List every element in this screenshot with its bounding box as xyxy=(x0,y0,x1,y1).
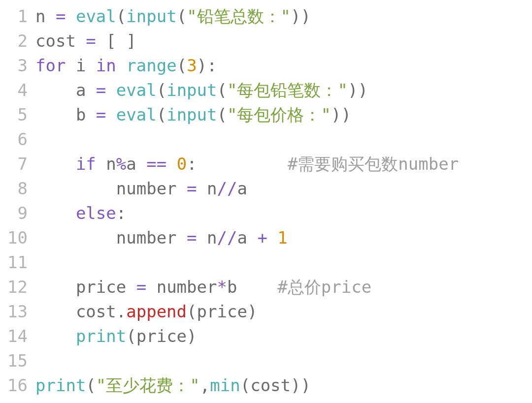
code-token: in xyxy=(96,56,116,75)
code-line: 13 cost.append(price) xyxy=(0,299,532,324)
code-line: 4 a = eval(input("每包铅笔数：")) xyxy=(0,78,532,102)
code-token: eval xyxy=(76,6,116,26)
code-content: cost.append(price) xyxy=(35,299,532,324)
code-token xyxy=(116,56,126,75)
line-number: 1 xyxy=(0,4,35,29)
code-token: (price) xyxy=(126,326,197,346)
line-number: 13 xyxy=(0,299,35,324)
code-token: print xyxy=(76,326,126,346)
line-number: 6 xyxy=(0,127,35,152)
code-content: else: xyxy=(35,201,532,225)
line-number: 14 xyxy=(0,324,35,348)
code-token: if xyxy=(76,154,96,174)
code-line: 8 number = n//a xyxy=(0,176,532,201)
code-token: "每包价格：" xyxy=(227,105,331,124)
code-content: print(price) xyxy=(35,324,532,348)
code-content: for i in range(3): xyxy=(35,53,532,78)
code-content: price = number*b #总价price xyxy=(35,275,532,299)
code-token: = xyxy=(56,6,66,26)
code-token: ( xyxy=(177,56,187,75)
code-token: "每包铅笔数：" xyxy=(227,80,348,100)
line-number: 7 xyxy=(0,152,35,176)
code-content: number = n//a xyxy=(35,176,532,201)
code-token: = xyxy=(86,31,96,51)
code-line: 14 print(price) xyxy=(0,324,532,348)
code-token xyxy=(106,80,116,100)
code-token xyxy=(166,154,176,174)
code-line: 10 number = n//a + 1 xyxy=(0,225,532,250)
code-token: #总价price xyxy=(277,277,371,297)
code-token: : xyxy=(187,154,288,174)
code-content: print("至少花费：",min(cost)) xyxy=(35,373,532,398)
code-token: input xyxy=(126,6,176,26)
code-token xyxy=(66,6,75,26)
code-token: input xyxy=(166,105,217,124)
code-token: ( xyxy=(157,80,166,100)
code-token: + xyxy=(257,228,267,248)
code-line: 7 if n%a == 0: #需要购买包数number xyxy=(0,152,532,176)
code-token: range xyxy=(126,56,176,75)
code-line: 15 xyxy=(0,348,532,373)
code-token: min xyxy=(210,375,240,395)
code-token: a xyxy=(237,179,247,198)
code-token: )) xyxy=(348,80,368,100)
code-token: n xyxy=(197,228,217,248)
line-number: 8 xyxy=(0,176,35,201)
code-token xyxy=(35,203,76,223)
code-content: number = n//a + 1 xyxy=(35,225,532,250)
code-token: n xyxy=(197,179,217,198)
code-token: ( xyxy=(116,6,126,26)
code-token: print xyxy=(35,375,86,395)
line-number: 15 xyxy=(0,348,35,373)
code-line: 6 xyxy=(0,127,532,152)
code-token: "至少花费：" xyxy=(96,375,200,395)
code-token: b xyxy=(227,277,277,297)
code-line: 16print("至少花费：",min(cost)) xyxy=(0,373,532,398)
code-token: number xyxy=(35,228,187,248)
code-token: [ ] xyxy=(96,31,136,51)
line-number: 16 xyxy=(0,373,35,398)
code-token: = xyxy=(136,277,146,297)
code-token xyxy=(35,154,76,174)
code-token: (cost)) xyxy=(240,375,311,395)
code-token xyxy=(106,105,116,124)
code-token: // xyxy=(217,179,237,198)
code-token: i xyxy=(66,56,96,75)
code-token: = xyxy=(96,105,106,124)
line-number: 5 xyxy=(0,102,35,127)
code-token: number xyxy=(35,179,187,198)
code-token: eval xyxy=(116,80,157,100)
code-token: = xyxy=(96,80,106,100)
code-line: 9 else: xyxy=(0,201,532,225)
code-token: n xyxy=(96,154,116,174)
code-line: 5 b = eval(input("每包价格：")) xyxy=(0,102,532,127)
code-token: input xyxy=(166,80,217,100)
code-token: else xyxy=(76,203,116,223)
code-token xyxy=(35,326,76,346)
code-token: a xyxy=(35,80,96,100)
code-token: eval xyxy=(116,105,157,124)
code-token: ): xyxy=(197,56,217,75)
code-token: ( xyxy=(177,6,187,26)
code-token xyxy=(267,228,277,248)
code-token: * xyxy=(217,277,227,297)
code-token: 1 xyxy=(277,228,287,248)
code-line: 11 xyxy=(0,250,532,275)
line-number: 3 xyxy=(0,53,35,78)
code-token: cost. xyxy=(35,302,126,321)
code-content: b = eval(input("每包价格：")) xyxy=(35,102,532,127)
code-token: a xyxy=(126,154,146,174)
code-block: 1n = eval(input("铅笔总数："))2cost = [ ]3for… xyxy=(0,0,532,398)
code-token: "铅笔总数：" xyxy=(187,6,291,26)
code-token: price xyxy=(35,277,136,297)
code-token: cost xyxy=(35,31,86,51)
code-token: n xyxy=(35,6,56,26)
code-token: == xyxy=(146,154,166,174)
line-number: 4 xyxy=(0,78,35,102)
code-token: )) xyxy=(291,6,311,26)
code-token: = xyxy=(187,228,197,248)
code-token: #需要购买包数number xyxy=(288,154,459,174)
code-token: append xyxy=(126,302,187,321)
code-token: ( xyxy=(86,375,96,395)
code-token: ( xyxy=(157,105,166,124)
